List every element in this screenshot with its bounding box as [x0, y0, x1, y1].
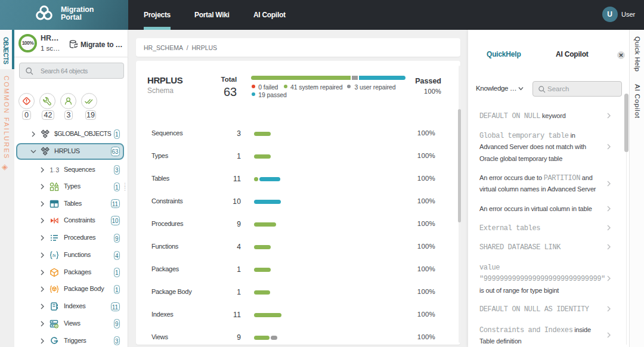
svg-text:1: 1	[50, 166, 54, 174]
svg-text:fx: fx	[52, 253, 56, 258]
svg-text:3: 3	[56, 166, 60, 174]
